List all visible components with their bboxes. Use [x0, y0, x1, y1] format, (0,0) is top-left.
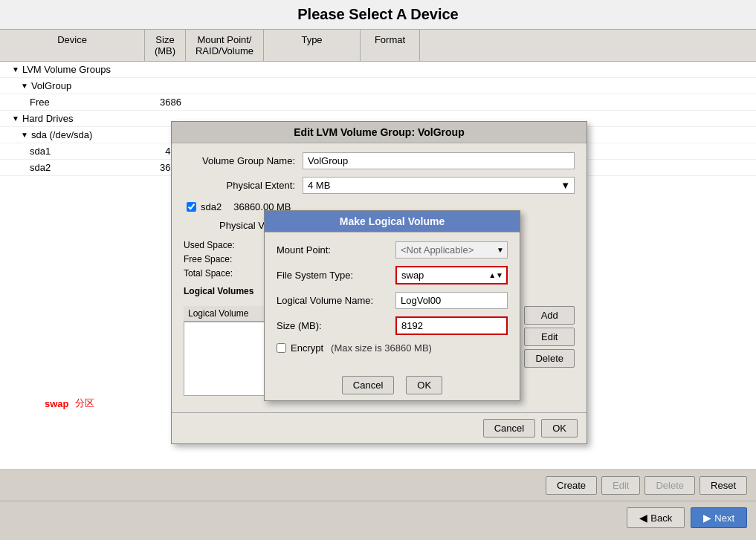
- size-label: Size (MB):: [277, 320, 395, 331]
- fs-type-label: File System Type:: [277, 270, 395, 281]
- hard-drives-label: Hard Drives: [22, 113, 74, 124]
- nav-bar: ◀ Back ▶ Next: [0, 501, 756, 534]
- col-mount: Mount Point/ RAID/Volume: [186, 30, 264, 61]
- free-label: Free: [30, 97, 50, 108]
- encrypt-checkbox[interactable]: [277, 343, 286, 353]
- mount-select-wrapper[interactable]: <Not Applicable> ▼: [395, 241, 508, 258]
- lv-buttons: Add Edit Delete: [524, 306, 575, 396]
- mlv-dialog-title: Make Logical Volume: [265, 211, 520, 232]
- vg-name-label: Volume Group Name:: [184, 155, 303, 166]
- volgroup-label: VolGroup: [31, 80, 71, 91]
- pe-select[interactable]: 4 MB: [303, 177, 575, 194]
- triangle-icon: ▼: [21, 131, 28, 139]
- fs-type-row: File System Type: swap ▲▼: [277, 266, 508, 284]
- pv-name: sda2: [201, 201, 222, 212]
- lvm-groups-label: LVM Volume Groups: [22, 64, 111, 75]
- vg-name-input[interactable]: [303, 152, 575, 169]
- triangle-icon: ▼: [12, 114, 19, 123]
- encrypt-row: Encrypt (Max size is 36860 MB): [277, 342, 508, 354]
- sda1-label: sda1: [30, 146, 51, 157]
- mlv-dialog-bottom: Cancel OK: [265, 370, 520, 400]
- mlv-dialog: Make Logical Volume Mount Point: <Not Ap…: [264, 210, 520, 401]
- mount-point-row: Mount Point: <Not Applicable> ▼: [277, 241, 508, 258]
- encrypt-label: Encrypt: [291, 342, 323, 354]
- free-space-label: Free Space:: [184, 254, 232, 264]
- mlv-cancel-button[interactable]: Cancel: [342, 376, 394, 394]
- sda2-label: sda2: [30, 162, 51, 173]
- mount-point-control[interactable]: <Not Applicable> ▼: [395, 241, 508, 258]
- size-row: Size (MB):: [277, 316, 508, 335]
- fs-select[interactable]: swap: [397, 267, 485, 283]
- lvm-dialog-bottom: Cancel OK: [172, 412, 587, 443]
- pv-checkbox[interactable]: [187, 202, 196, 212]
- lv-name-label: Logical Volume Name:: [277, 295, 395, 306]
- title-text: Please Select A Device: [297, 6, 458, 22]
- chevron-down-icon: ▲▼: [485, 271, 506, 279]
- max-size-note: (Max size is 36860 MB): [331, 342, 432, 354]
- col-size: Size (MB): [145, 30, 186, 61]
- swap-info: swap 分区: [45, 397, 94, 410]
- page-title: Please Select A Device: [0, 0, 756, 30]
- back-label: Back: [650, 513, 672, 524]
- vg-name-control[interactable]: [303, 152, 575, 169]
- vg-name-row: Volume Group Name:: [184, 152, 575, 169]
- triangle-icon: ▼: [21, 82, 28, 90]
- next-button[interactable]: ▶ Next: [691, 507, 747, 528]
- sda-label: sda (/dev/sda): [31, 129, 92, 140]
- mount-point-label: Mount Point:: [277, 244, 395, 256]
- swap-label: swap: [45, 398, 69, 409]
- lvm-cancel-button[interactable]: Cancel: [483, 419, 535, 437]
- lv-name-control[interactable]: [395, 292, 508, 309]
- size-control[interactable]: [395, 316, 508, 335]
- tree-row[interactable]: ▼ LVM Volume Groups: [0, 62, 756, 78]
- used-space-label: Used Space:: [184, 240, 235, 250]
- tree-row[interactable]: ▼ VolGroup: [0, 78, 756, 94]
- lv-name-input[interactable]: [395, 292, 508, 309]
- delete-button[interactable]: Delete: [524, 349, 575, 368]
- triangle-icon: ▼: [12, 65, 19, 74]
- reset-button[interactable]: Reset: [700, 476, 747, 495]
- fs-type-control[interactable]: swap ▲▼: [395, 266, 508, 284]
- delete-button[interactable]: Delete: [644, 476, 695, 495]
- back-arrow-icon: ◀: [639, 512, 647, 524]
- lvm-ok-button[interactable]: OK: [541, 419, 578, 437]
- fs-select-wrapper[interactable]: swap ▲▼: [395, 266, 508, 284]
- col-type: Type: [264, 30, 361, 61]
- col-device: Device: [0, 30, 145, 61]
- bottom-bar: Create Edit Delete Reset: [0, 469, 756, 501]
- pe-control[interactable]: 4 MB ▼: [303, 177, 575, 194]
- mount-select[interactable]: <Not Applicable>: [396, 242, 494, 258]
- lv-name-row: Logical Volume Name:: [277, 292, 508, 309]
- edit-button[interactable]: Edit: [601, 476, 640, 495]
- next-arrow-icon: ▶: [703, 512, 711, 524]
- swap-chinese: 分区: [75, 397, 94, 410]
- pe-label: Physical Extent:: [184, 180, 303, 191]
- tree-row[interactable]: Free 3686: [0, 94, 756, 111]
- chevron-down-icon: ▼: [494, 246, 507, 254]
- total-space-label: Total Space:: [184, 268, 233, 279]
- lvm-dialog-title: Edit LVM Volume Group: VolGroup: [172, 122, 587, 143]
- device-tree: ▼ LVM Volume Groups ▼ VolGroup Free 3686: [0, 62, 756, 469]
- table-header: Device Size (MB) Mount Point/ RAID/Volum…: [0, 30, 756, 62]
- edit-button[interactable]: Edit: [524, 328, 575, 346]
- pe-row: Physical Extent: 4 MB ▼: [184, 177, 575, 194]
- next-label: Next: [714, 513, 734, 524]
- add-button[interactable]: Add: [524, 306, 575, 325]
- mlv-ok-button[interactable]: OK: [406, 376, 442, 394]
- col-format: Format: [361, 30, 420, 61]
- size-input[interactable]: [395, 316, 508, 335]
- back-button[interactable]: ◀ Back: [627, 507, 685, 528]
- create-button[interactable]: Create: [546, 476, 597, 495]
